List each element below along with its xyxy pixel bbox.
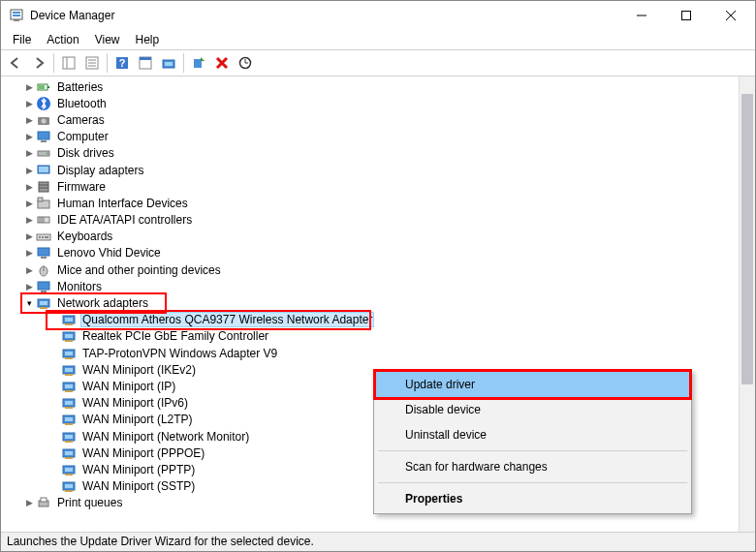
svg-rect-33 (39, 167, 48, 172)
tree-label: WAN Miniport (IP) (80, 380, 177, 393)
menu-action[interactable]: Action (39, 31, 86, 48)
menu-file[interactable]: File (5, 31, 39, 48)
chevron-right-icon[interactable]: ▶ (22, 180, 36, 194)
properties-button[interactable] (81, 52, 103, 74)
tree-item-qualcomm[interactable]: Qualcomm Atheros QCA9377 Wireless Networ… (47, 312, 369, 328)
svg-point-31 (47, 153, 48, 155)
update-driver-button[interactable] (158, 52, 179, 74)
tree-item-ide[interactable]: ▶ IDE ATA/ATAPI controllers (1, 212, 739, 229)
bluetooth-icon (36, 96, 51, 111)
svg-rect-70 (65, 390, 73, 392)
chevron-right-icon[interactable]: ▶ (22, 164, 36, 177)
status-bar: Launches the Update Driver Wizard for th… (1, 532, 755, 551)
tree-label: Keyboards (55, 230, 114, 243)
back-button[interactable] (5, 52, 26, 74)
chevron-right-icon[interactable]: ▶ (22, 263, 36, 277)
svg-rect-66 (65, 368, 73, 372)
chevron-right-icon[interactable]: ▶ (22, 130, 36, 143)
tree-label: WAN Miniport (PPPOE) (80, 446, 206, 460)
network-adapter-icon (61, 312, 77, 327)
scan-hardware-button[interactable] (235, 52, 256, 74)
tree-label: Firmware (55, 180, 108, 194)
chevron-right-icon[interactable]: ▶ (22, 496, 36, 509)
tree-item-network-adapters[interactable]: ▾ Network adapters (22, 294, 165, 311)
chevron-right-icon[interactable]: ▶ (22, 230, 36, 243)
help-button[interactable]: ? (111, 52, 133, 74)
chevron-right-icon[interactable]: ▶ (22, 146, 36, 160)
svg-rect-20 (194, 59, 202, 68)
window-title: Device Manager (30, 9, 619, 22)
close-button[interactable] (709, 1, 753, 30)
tree-item-batteries[interactable]: ▶ Batteries (1, 78, 739, 95)
tree-item-bluetooth[interactable]: ▶ Bluetooth (1, 95, 739, 111)
svg-rect-3 (14, 19, 19, 21)
ctx-disable-device[interactable]: Disable device (376, 397, 689, 422)
network-adapter-icon (61, 328, 77, 344)
tree-spacer (47, 396, 61, 410)
chevron-right-icon[interactable]: ▶ (22, 197, 36, 210)
tree-item-monitors[interactable]: ▶ Monitors (1, 278, 739, 294)
keyboard-icon (36, 229, 51, 244)
minimize-button[interactable] (619, 1, 664, 30)
chevron-down-icon[interactable]: ▾ (22, 296, 36, 310)
chevron-right-icon[interactable]: ▶ (22, 246, 36, 260)
svg-rect-23 (47, 86, 49, 88)
menu-help[interactable]: Help (128, 31, 168, 48)
scrollbar-thumb[interactable] (741, 94, 753, 384)
ctx-uninstall-device[interactable]: Uninstall device (376, 422, 689, 447)
show-hide-tree-button[interactable] (58, 52, 79, 74)
tree-spacer (47, 313, 61, 326)
hid-icon (36, 196, 51, 211)
svg-rect-34 (39, 182, 48, 192)
tree-item-hid[interactable]: ▶ Human Interface Devices (1, 195, 739, 211)
display-adapter-icon (36, 163, 51, 178)
tree-item-disk-drives[interactable]: ▶ Disk drives (1, 145, 739, 162)
svg-rect-17 (140, 57, 151, 60)
tree-item-computer[interactable]: ▶ Computer (1, 129, 739, 145)
tree-item-mice[interactable]: ▶ Mice and other pointing devices (1, 261, 739, 278)
chevron-right-icon[interactable]: ▶ (22, 280, 36, 293)
chevron-right-icon[interactable]: ▶ (22, 113, 36, 127)
ctx-update-driver[interactable]: Update driver (376, 372, 689, 397)
svg-rect-24 (39, 85, 45, 89)
menu-view[interactable]: View (87, 31, 128, 48)
network-adapter-icon (61, 462, 77, 477)
ctx-scan-hardware[interactable]: Scan for hardware changes (376, 454, 689, 479)
action-toolbar-button[interactable] (135, 52, 156, 74)
toolbar-separator (183, 53, 184, 73)
svg-rect-5 (682, 12, 691, 20)
svg-rect-85 (65, 474, 73, 475)
vertical-scrollbar[interactable] (739, 77, 755, 533)
svg-rect-51 (38, 282, 49, 290)
printer-icon (36, 495, 51, 510)
tree-item-keyboards[interactable]: ▶ Keyboards (1, 229, 739, 245)
enable-device-button[interactable] (188, 52, 209, 74)
title-bar: Device Manager (1, 1, 755, 30)
svg-rect-88 (65, 490, 73, 492)
ctx-properties[interactable]: Properties (376, 486, 689, 511)
chevron-right-icon[interactable]: ▶ (22, 213, 36, 227)
tree-item-display-adapters[interactable]: ▶ Display adapters (1, 162, 739, 178)
network-adapter-icon (61, 379, 77, 394)
tree-label: WAN Miniport (SSTP) (80, 479, 197, 493)
svg-rect-52 (41, 291, 47, 292)
tree-item-firmware[interactable]: ▶ Firmware (1, 178, 739, 195)
network-adapter-icon (61, 395, 77, 411)
forward-button[interactable] (28, 52, 49, 74)
tree-item-realtek[interactable]: Realtek PCIe GbE Family Controller (1, 328, 739, 345)
tree-item-tap[interactable]: TAP-ProtonVPN Windows Adapter V9 (1, 345, 739, 361)
svg-rect-28 (38, 132, 49, 139)
svg-rect-67 (65, 374, 73, 376)
svg-rect-2 (13, 15, 20, 16)
tree-label: Network adapters (55, 296, 150, 310)
svg-rect-54 (40, 301, 47, 305)
chevron-right-icon[interactable]: ▶ (22, 80, 36, 94)
uninstall-button[interactable] (211, 52, 233, 74)
tree-item-cameras[interactable]: ▶ Cameras (1, 111, 739, 128)
tree-item-lenovo-vhid[interactable]: ▶ Lenovo Vhid Device (1, 245, 739, 261)
maximize-button[interactable] (664, 1, 709, 30)
ide-icon (36, 212, 51, 228)
svg-rect-78 (65, 435, 73, 439)
chevron-right-icon[interactable]: ▶ (22, 97, 36, 110)
svg-rect-61 (65, 340, 73, 342)
